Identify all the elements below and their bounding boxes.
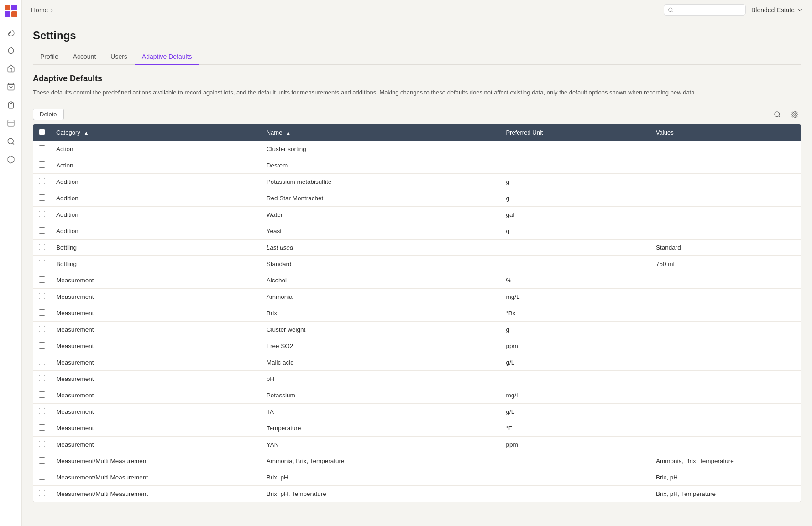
delete-button[interactable]: Delete [33,109,64,120]
select-all-checkbox[interactable] [39,129,45,135]
row-unit: % [500,272,650,288]
section-description: These defaults control the predefined ac… [33,88,801,97]
row-name: Alcohol [261,272,501,288]
table-row: Measurement/Multi Measurement Ammonia, B… [33,453,801,469]
row-name: Brix [261,305,501,321]
app-logo[interactable] [4,4,18,18]
basket-nav-icon[interactable] [3,78,19,95]
row-checkbox-cell[interactable] [33,157,51,173]
leaf-nav-icon[interactable] [3,24,19,40]
row-values: Standard [650,239,801,255]
row-checkbox[interactable] [39,161,45,168]
row-checkbox-cell[interactable] [33,223,51,239]
row-unit: ppm [500,338,650,354]
row-checkbox[interactable] [39,408,45,414]
row-checkbox[interactable] [39,178,45,184]
row-name: Cluster weight [261,321,501,338]
row-values [650,141,801,157]
box-nav-icon[interactable] [3,151,19,168]
table-settings-icon[interactable] [788,108,801,121]
row-values [650,321,801,338]
row-checkbox-cell[interactable] [33,387,51,403]
row-checkbox[interactable] [39,342,45,349]
row-checkbox[interactable] [39,457,45,464]
row-checkbox-cell[interactable] [33,485,51,502]
row-checkbox[interactable] [39,441,45,447]
tab-profile[interactable]: Profile [33,49,66,65]
name-column-header[interactable]: Name ▲ [261,124,501,141]
tab-users[interactable]: Users [103,49,135,65]
row-checkbox-cell[interactable] [33,321,51,338]
row-checkbox-cell[interactable] [33,420,51,436]
row-checkbox-cell[interactable] [33,305,51,321]
row-checkbox[interactable] [39,391,45,398]
category-column-header[interactable]: Category ▲ [51,124,261,141]
row-checkbox[interactable] [39,474,45,480]
table-row: Measurement Cluster weight g [33,321,801,338]
breadcrumb-home[interactable]: Home [31,6,48,14]
row-checkbox-cell[interactable] [33,206,51,223]
table-row: Addition Potassium metabisulfite g [33,173,801,190]
magnify-nav-icon[interactable] [3,133,19,150]
row-checkbox-cell[interactable] [33,370,51,387]
breadcrumb: Home › [31,6,53,14]
row-checkbox-cell[interactable] [33,239,51,255]
main-content: Home › Blended Estate Settings Profile A… [22,0,812,526]
table-row: Measurement TA g/L [33,403,801,420]
tab-account[interactable]: Account [66,49,104,65]
row-unit [500,239,650,255]
row-checkbox[interactable] [39,211,45,217]
row-unit: mg/L [500,387,650,403]
row-category: Measurement/Multi Measurement [51,485,261,502]
row-values [650,305,801,321]
row-checkbox-cell[interactable] [33,354,51,370]
clipboard-nav-icon[interactable] [3,97,19,113]
estate-selector[interactable]: Blended Estate [751,6,803,14]
row-checkbox-cell[interactable] [33,190,51,206]
row-checkbox[interactable] [39,490,45,496]
report-nav-icon[interactable] [3,115,19,131]
row-name: Last used [261,239,501,255]
search-input[interactable] [676,6,742,13]
row-checkbox-cell[interactable] [33,173,51,190]
row-checkbox[interactable] [39,326,45,332]
row-values [650,370,801,387]
table-row: Addition Red Star Montrachet g [33,190,801,206]
drops-nav-icon[interactable] [3,42,19,58]
unit-header-label: Preferred Unit [506,129,543,136]
row-checkbox-cell[interactable] [33,469,51,485]
row-checkbox[interactable] [39,227,45,234]
row-checkbox-cell[interactable] [33,255,51,272]
row-checkbox[interactable] [39,260,45,266]
tab-adaptive-defaults[interactable]: Adaptive Defaults [135,49,199,65]
select-all-header[interactable] [33,124,51,141]
table-search-icon[interactable] [771,108,784,121]
table-row: Measurement YAN ppm [33,436,801,453]
row-checkbox[interactable] [39,309,45,316]
row-checkbox[interactable] [39,424,45,431]
row-category: Measurement [51,387,261,403]
global-search-box[interactable] [664,4,746,16]
row-checkbox-cell[interactable] [33,288,51,305]
row-category: Measurement [51,305,261,321]
row-checkbox-cell[interactable] [33,403,51,420]
row-checkbox-cell[interactable] [33,338,51,354]
row-checkbox[interactable] [39,293,45,299]
row-values: 750 mL [650,255,801,272]
row-category: Addition [51,190,261,206]
home-nav-icon[interactable] [3,60,19,77]
row-checkbox[interactable] [39,375,45,381]
row-checkbox-cell[interactable] [33,436,51,453]
row-category: Measurement [51,436,261,453]
row-name: pH [261,370,501,387]
row-unit: °Bx [500,305,650,321]
row-checkbox[interactable] [39,145,45,151]
row-unit: g [500,190,650,206]
row-checkbox-cell[interactable] [33,141,51,157]
row-checkbox[interactable] [39,359,45,365]
row-checkbox-cell[interactable] [33,272,51,288]
row-checkbox[interactable] [39,276,45,283]
row-checkbox-cell[interactable] [33,453,51,469]
row-checkbox[interactable] [39,244,45,250]
row-checkbox[interactable] [39,194,45,201]
